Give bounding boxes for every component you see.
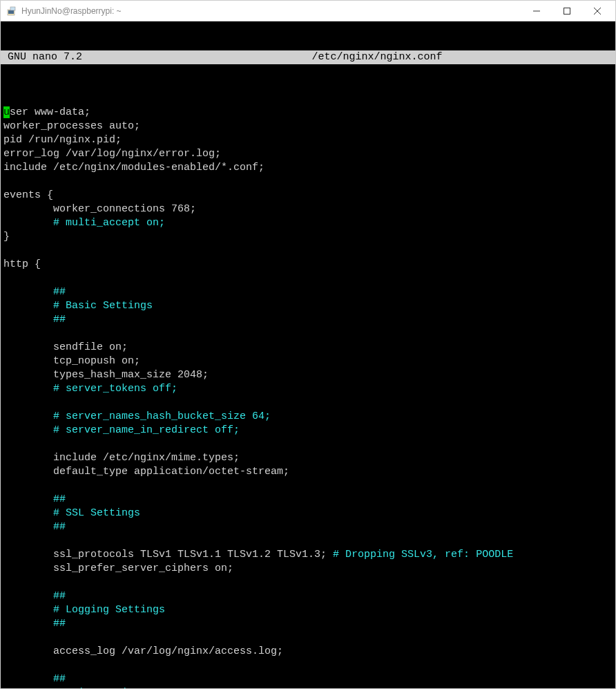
editor-line[interactable]: ##: [3, 493, 615, 507]
editor-line[interactable]: worker_connections 768;: [3, 202, 615, 216]
window-title: HyunJinNo@raspberrypi: ~: [21, 6, 521, 16]
editor-line[interactable]: ##: [3, 672, 615, 686]
editor-line[interactable]: types_hash_max_size 2048;: [3, 368, 615, 382]
maximize-button[interactable]: [552, 1, 582, 21]
editor-line[interactable]: [3, 396, 615, 410]
editor-line[interactable]: pid /run/nginx.pid;: [3, 133, 615, 147]
editor-line[interactable]: }: [3, 230, 615, 244]
nano-header: GNU nano 7.2 /etc/nginx/nginx.conf: [1, 50, 615, 64]
editor-line[interactable]: ##: [3, 520, 615, 534]
editor-line[interactable]: ##: [3, 285, 615, 299]
editor-line[interactable]: default_type application/octet-stream;: [3, 465, 615, 479]
editor-line[interactable]: error_log /var/log/nginx/error.log;: [3, 147, 615, 161]
editor-line[interactable]: tcp_nopush on;: [3, 355, 615, 368]
editor-line[interactable]: [3, 576, 615, 589]
titlebar[interactable]: HyunJinNo@raspberrypi: ~: [1, 1, 615, 21]
svg-rect-1: [8, 10, 14, 14]
putty-window: HyunJinNo@raspberrypi: ~ GNU nano 7.2 /e…: [0, 0, 616, 689]
editor-line[interactable]: include /etc/nginx/mime.types;: [3, 451, 615, 465]
editor-line[interactable]: worker_processes auto;: [3, 120, 615, 133]
editor-line[interactable]: sendfile on;: [3, 341, 615, 355]
editor-line[interactable]: # Basic Settings: [3, 299, 615, 313]
editor-line[interactable]: # server_tokens off;: [3, 382, 615, 396]
editor-line[interactable]: [3, 244, 615, 258]
editor-line[interactable]: [3, 479, 615, 493]
editor-line[interactable]: [3, 327, 615, 341]
minimize-button[interactable]: [521, 1, 552, 21]
editor-line[interactable]: [3, 534, 615, 548]
editor-line[interactable]: [3, 659, 615, 672]
nano-app-name: GNU nano 7.2: [2, 50, 140, 64]
cursor: u: [3, 106, 10, 118]
editor-line[interactable]: # server_name_in_redirect off;: [3, 424, 615, 437]
svg-rect-4: [564, 8, 570, 14]
editor-line[interactable]: ##: [3, 313, 615, 327]
editor-content[interactable]: user www-data;worker_processes auto;pid …: [1, 106, 615, 688]
nano-filepath: /etc/nginx/nginx.conf: [140, 50, 614, 64]
editor-line[interactable]: ##: [3, 589, 615, 603]
editor-line[interactable]: [3, 437, 615, 451]
svg-rect-2: [10, 7, 15, 10]
editor-line[interactable]: # server_names_hash_bucket_size 64;: [3, 410, 615, 424]
editor-line[interactable]: ssl_protocols TLSv1 TLSv1.1 TLSv1.2 TLSv…: [3, 548, 615, 562]
editor-line[interactable]: events {: [3, 189, 615, 202]
editor-line[interactable]: http {: [3, 258, 615, 272]
close-button[interactable]: [582, 1, 613, 21]
editor-line[interactable]: ##: [3, 617, 615, 631]
editor-line[interactable]: # multi_accept on;: [3, 216, 615, 230]
editor-line[interactable]: [3, 175, 615, 189]
editor-line[interactable]: [3, 272, 615, 285]
editor-line[interactable]: [3, 631, 615, 645]
terminal[interactable]: GNU nano 7.2 /etc/nginx/nginx.conf user …: [1, 21, 615, 688]
putty-icon: [6, 6, 17, 17]
editor-line[interactable]: access_log /var/log/nginx/access.log;: [3, 645, 615, 659]
editor-line[interactable]: ssl_prefer_server_ciphers on;: [3, 562, 615, 576]
editor-line[interactable]: # SSL Settings: [3, 507, 615, 520]
editor-line[interactable]: # Gzip Settings: [3, 686, 615, 688]
editor-line[interactable]: include /etc/nginx/modules-enabled/*.con…: [3, 161, 615, 175]
editor-line[interactable]: # Logging Settings: [3, 603, 615, 617]
editor-line[interactable]: user www-data;: [3, 106, 615, 120]
